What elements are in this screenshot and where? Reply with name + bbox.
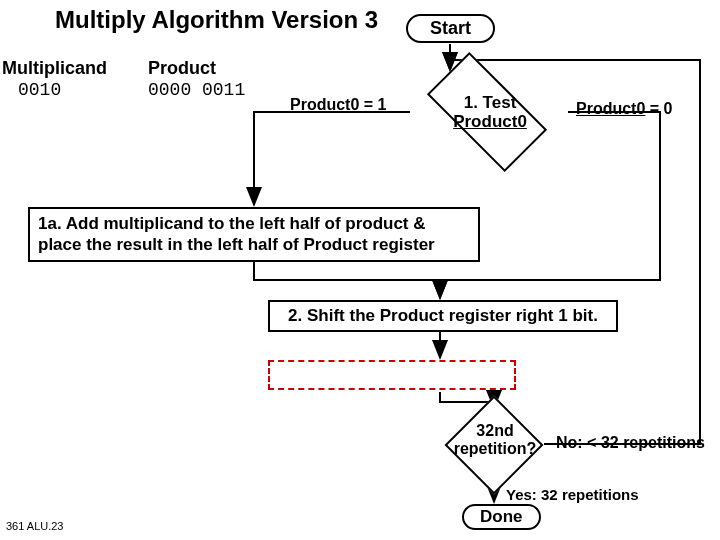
page-title: Multiply Algorithm Version 3 (55, 6, 378, 34)
branch-yes: Yes: 32 repetitions (506, 486, 639, 503)
branch-no: No: < 32 repetitions (556, 434, 705, 452)
multiplicand-value: 0010 (18, 80, 61, 100)
done-terminator: Done (462, 504, 541, 530)
decision-32nd-repetition-label: 32ndrepetition? (442, 422, 548, 459)
product-value: 0000 0011 (148, 80, 245, 100)
product-label: Product (148, 58, 216, 79)
branch-product0-eq-1: Product0 = 1 (290, 96, 386, 114)
start-terminator: Start (406, 14, 495, 43)
branch-product0-eq-0: Product0 = 0 (576, 100, 672, 118)
step-2-shift: 2. Shift the Product register right 1 bi… (268, 300, 618, 332)
slide-footer: 361 ALU.23 (6, 520, 64, 532)
multiplicand-label: Multiplicand (2, 58, 107, 79)
step-1a-add: 1a. Add multiplicand to the left half of… (28, 207, 480, 262)
placeholder-step (268, 360, 516, 390)
decision-test-product0-label: 1. Test Product0 (430, 94, 550, 131)
